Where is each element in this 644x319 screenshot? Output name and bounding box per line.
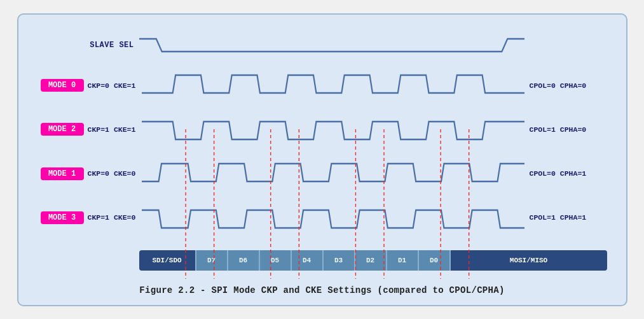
mode3-waveform <box>142 202 524 233</box>
mode0-waveform <box>142 70 524 101</box>
mode-params-2: CKP=1 CKE=1 <box>88 125 142 134</box>
slave-waveform <box>139 34 524 57</box>
mode2-waveform <box>142 114 524 145</box>
data-cell-d7: D7 <box>196 250 228 271</box>
mode-signal-3 <box>142 202 524 233</box>
mode-badge-0: MODE 0 <box>41 79 84 92</box>
mode-badge-1: MODE 1 <box>41 167 84 180</box>
mode-badge-2: MODE 2 <box>41 123 84 136</box>
data-cell-d3: D3 <box>324 250 355 271</box>
data-cell-d4: D4 <box>292 250 324 271</box>
timing-diagram: SLAVE SEL MODE 0 CKP=0 CKE=1 CPOL=0 C <box>38 27 607 279</box>
data-cell-d1: D1 <box>387 250 419 271</box>
mode-row-2: MODE 2 CKP=1 CKE=1 CPOL=1 CPHA=0 <box>38 114 607 145</box>
data-cell-d6: D6 <box>228 250 260 271</box>
mode-params-0: CKP=0 CKE=1 <box>88 82 142 90</box>
mode1-waveform <box>142 159 524 189</box>
mode-params-3: CKP=1 CKE=0 <box>88 213 142 222</box>
slave-label: SLAVE SEL <box>38 41 139 50</box>
data-cell-sdisdo: SDI/SDO <box>139 250 196 271</box>
diagram-container: SLAVE SEL MODE 0 CKP=0 CKE=1 CPOL=0 C <box>17 13 627 306</box>
mode-signal-1 <box>142 159 524 189</box>
mode-right-3: CPOL=1 CPHA=1 <box>524 213 607 222</box>
mode-row-0: MODE 0 CKP=0 CKE=1 CPOL=0 CPHA=0 <box>38 70 607 101</box>
slave-row: SLAVE SEL <box>38 34 607 57</box>
mode-right-0: CPOL=0 CPHA=0 <box>524 82 607 90</box>
data-cell-mosimiso: MOSI/MISO <box>451 250 607 271</box>
mode-right-2: CPOL=1 CPHA=0 <box>524 125 607 134</box>
mode-badge-3: MODE 3 <box>41 211 84 224</box>
mode-params-1: CKP=0 CKE=0 <box>88 169 142 178</box>
slave-signal <box>139 34 524 57</box>
mode-row-3: MODE 3 CKP=1 CKE=0 CPOL=1 CPHA=1 <box>38 202 607 233</box>
data-bus: SDI/SDO D7 D6 D5 D4 D3 D2 D1 D0 MOSI/MIS… <box>139 250 607 271</box>
mode-row-1: MODE 1 CKP=0 CKE=0 CPOL=0 CPHA=1 <box>38 159 607 189</box>
mode-signal-2 <box>142 114 524 145</box>
data-cell-d5: D5 <box>260 250 292 271</box>
mode-signal-0 <box>142 70 524 101</box>
data-bus-row: SDI/SDO D7 D6 D5 D4 D3 D2 D1 D0 MOSI/MIS… <box>38 249 607 272</box>
data-cell-d2: D2 <box>355 250 387 271</box>
mode-right-1: CPOL=0 CPHA=1 <box>524 169 607 178</box>
data-cell-d0: D0 <box>419 250 451 271</box>
figure-caption: Figure 2.2 - SPI Mode CKP and CKE Settin… <box>38 285 607 295</box>
